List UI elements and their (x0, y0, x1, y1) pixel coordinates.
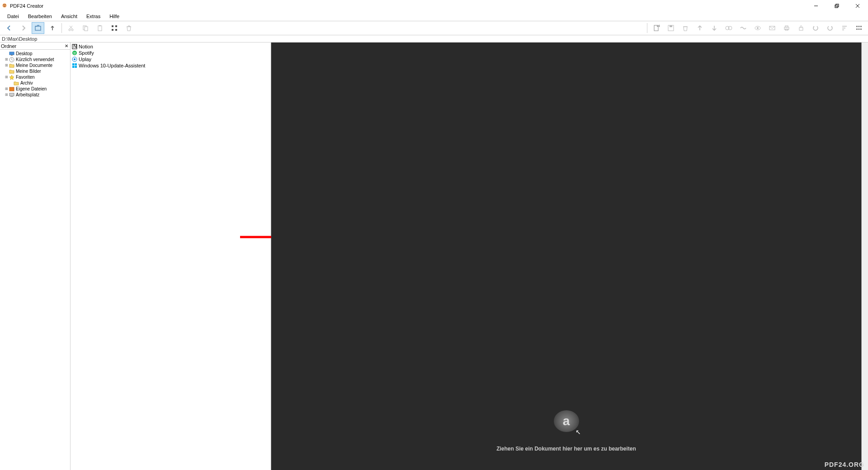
svg-point-49 (72, 51, 77, 55)
svg-point-9 (69, 29, 71, 31)
file-list[interactable]: NNotionSpotifyUplayWindows 10-Update-Ass… (71, 43, 271, 70)
main-area: Ordner ✕ Desktop⊞Kürzlich verwendet⊞Mein… (0, 43, 868, 470)
email-button[interactable] (766, 22, 778, 34)
file-item[interactable]: Spotify (71, 50, 270, 56)
close-button[interactable] (847, 0, 868, 12)
drop-zone-logo-text: a (563, 414, 570, 428)
file-item[interactable]: NNotion (71, 43, 270, 50)
app-icon (2, 3, 8, 9)
maximize-button[interactable] (826, 0, 847, 12)
svg-rect-4 (835, 5, 838, 8)
svg-point-0 (3, 4, 7, 8)
paste-button[interactable] (94, 22, 106, 34)
tree-recent-icon (9, 57, 15, 62)
folder-tree-close-icon[interactable]: ✕ (64, 43, 69, 48)
new-doc-button[interactable]: + (650, 22, 663, 34)
tree-folder-icon (13, 81, 19, 86)
toolbar-separator (61, 23, 62, 33)
file-item[interactable]: Windows 10-Update-Assistent (71, 62, 270, 69)
tree-expand-icon[interactable]: ⊞ (5, 87, 9, 91)
tree-node-label: Meine Documente (16, 63, 52, 68)
svg-rect-15 (112, 25, 113, 27)
menu-bearbeiten[interactable]: Bearbeiten (24, 13, 57, 20)
delete-doc-button[interactable] (679, 22, 692, 34)
tree-expand-icon[interactable]: ⊞ (5, 75, 9, 79)
svg-point-2 (5, 5, 6, 5)
tree-node-label: Desktop (16, 51, 33, 56)
svg-point-26 (757, 27, 759, 29)
menu-hilfe[interactable]: Hilfe (105, 13, 124, 20)
scrollbar-gutter[interactable] (862, 43, 868, 470)
lock-button[interactable] (795, 22, 807, 34)
svg-rect-37 (860, 26, 862, 27)
svg-rect-38 (856, 28, 858, 30)
tree-node[interactable]: Meine Bilder (0, 68, 70, 74)
watermark: PDF24.ORG (825, 461, 864, 468)
tree-computer-icon (9, 92, 15, 98)
copy-button[interactable] (79, 22, 92, 34)
folder-tree-body[interactable]: Desktop⊞Kürzlich verwendet⊞Meine Documen… (0, 50, 70, 470)
file-item-label: Uplay (79, 57, 91, 62)
drop-zone[interactable]: a ↖ Ziehen Sie ein Dokument hier her um … (271, 43, 862, 470)
file-spotify-icon (71, 50, 78, 56)
minimize-button[interactable] (806, 0, 826, 12)
move-down-button[interactable] (708, 22, 721, 34)
tree-node[interactable]: Desktop (0, 51, 70, 57)
forward-button[interactable] (17, 22, 30, 34)
svg-rect-36 (859, 26, 860, 27)
toolbar-separator-2 (647, 23, 647, 33)
tree-node-label: Meine Bilder (16, 69, 41, 74)
cut-button[interactable] (65, 22, 77, 34)
window-controls (806, 0, 868, 12)
rotate-right-button[interactable] (824, 22, 836, 34)
folder-tree-title: Ordner (1, 43, 16, 49)
file-item[interactable]: Uplay (71, 56, 270, 62)
tree-expand-icon[interactable]: ⊞ (5, 57, 9, 62)
folder-tree-toggle[interactable] (32, 22, 44, 34)
tree-node[interactable]: ⊞Kürzlich verwendet (0, 57, 70, 62)
tree-node-label: Kürzlich verwendet (16, 57, 54, 62)
svg-rect-46 (10, 96, 13, 97)
svg-rect-35 (856, 26, 858, 27)
tree-expand-icon[interactable]: ⊞ (5, 63, 9, 67)
file-list-panel: NNotionSpotifyUplayWindows 10-Update-Ass… (71, 43, 271, 470)
preview-button[interactable] (751, 22, 764, 34)
svg-rect-14 (99, 25, 101, 26)
menu-extras[interactable]: Extras (82, 13, 105, 20)
file-notion-icon: N (71, 44, 78, 49)
tree-node-label: Eigene Dateien (16, 86, 47, 91)
view-grid-button[interactable] (108, 22, 121, 34)
save-doc-button[interactable] (665, 22, 677, 34)
file-item-label: Spotify (79, 50, 94, 56)
toolbar: + (0, 21, 868, 35)
tree-node[interactable]: ⊞Eigene Dateien (0, 86, 70, 92)
rotate-left-button[interactable] (809, 22, 822, 34)
tree-node[interactable]: ⊞Favoriten (0, 74, 70, 80)
tree-folder-box-icon (9, 86, 15, 92)
move-up-button[interactable] (693, 22, 706, 34)
split-button[interactable] (737, 22, 750, 34)
merge-button[interactable] (722, 22, 735, 34)
svg-point-1 (4, 5, 5, 5)
tree-node[interactable]: ⊞Meine Documente (0, 62, 70, 68)
back-button[interactable] (3, 22, 15, 34)
tree-node[interactable]: ⊞Arbeitsplatz (0, 92, 70, 98)
sort-button[interactable] (838, 22, 851, 34)
view-pages-button[interactable] (853, 22, 865, 34)
tree-node[interactable]: Archiv (0, 80, 70, 86)
up-folder-button[interactable] (46, 22, 59, 34)
svg-rect-54 (72, 66, 75, 68)
tree-node-label: Arbeitsplatz (16, 92, 39, 97)
tree-expand-icon[interactable]: ⊞ (5, 93, 9, 97)
folder-tree-panel: Ordner ✕ Desktop⊞Kürzlich verwendet⊞Mein… (0, 43, 71, 470)
menu-datei[interactable]: Datei (3, 13, 24, 20)
delete-file-button[interactable] (123, 22, 135, 34)
svg-rect-18 (115, 29, 117, 31)
svg-point-51 (74, 58, 75, 60)
menu-ansicht[interactable]: Ansicht (57, 13, 82, 20)
svg-rect-22 (670, 25, 672, 27)
drop-zone-hint: Ziehen Sie ein Dokument hier her um es z… (496, 446, 636, 452)
svg-rect-17 (112, 29, 113, 31)
print-button[interactable] (780, 22, 793, 34)
file-item-label: Notion (79, 44, 93, 49)
